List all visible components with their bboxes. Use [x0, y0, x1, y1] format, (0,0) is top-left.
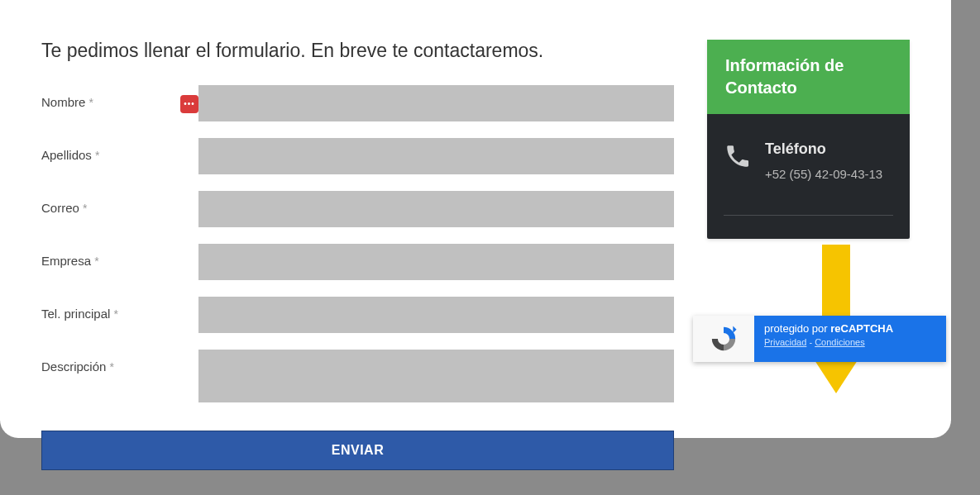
recaptcha-protected-line: protegido por reCAPTCHA — [764, 322, 936, 335]
field-row-apellidos: Apellidos * — [41, 138, 674, 174]
recaptcha-icon — [710, 325, 738, 353]
recaptcha-links: Privacidad - Condiciones — [764, 337, 936, 347]
phone-heading: Teléfono — [765, 140, 882, 158]
submit-button[interactable]: ENVIAR — [41, 431, 674, 470]
sidebar: Información de Contacto Teléfono +52 (55… — [707, 40, 910, 438]
contact-info-header: Información de Contacto — [707, 40, 910, 114]
label-apellidos: Apellidos * — [41, 138, 198, 162]
correo-input[interactable] — [198, 191, 674, 227]
tel-input[interactable] — [198, 297, 674, 333]
recaptcha-logo — [693, 316, 754, 362]
password-manager-icon[interactable]: ••• — [180, 95, 198, 113]
label-tel: Tel. principal * — [41, 297, 198, 321]
svg-marker-1 — [733, 326, 736, 333]
field-row-nombre: Nombre * ••• — [41, 85, 674, 121]
apellidos-input[interactable] — [198, 138, 674, 174]
field-row-empresa: Empresa * — [41, 244, 674, 280]
contact-info-card: Información de Contacto Teléfono +52 (55… — [707, 40, 910, 239]
recaptcha-privacy-link[interactable]: Privacidad — [764, 337, 806, 347]
descripcion-input[interactable] — [198, 350, 674, 402]
contact-info-body: Teléfono +52 (55) 42-09-43-13 — [707, 114, 910, 215]
contact-form: Te pedimos llenar el formulario. En brev… — [41, 40, 674, 438]
contact-info-text: Teléfono +52 (55) 42-09-43-13 — [765, 140, 882, 185]
page-container: Te pedimos llenar el formulario. En brev… — [0, 0, 951, 438]
recaptcha-text: protegido por reCAPTCHA Privacidad - Con… — [754, 316, 946, 362]
field-row-tel: Tel. principal * — [41, 297, 674, 333]
field-row-descripcion: Descripción * — [41, 350, 674, 402]
nombre-input[interactable] — [198, 85, 674, 121]
empresa-input[interactable] — [198, 244, 674, 280]
label-correo: Correo * — [41, 191, 198, 215]
form-title: Te pedimos llenar el formulario. En brev… — [41, 40, 674, 62]
field-row-correo: Correo * — [41, 191, 674, 227]
phone-icon — [724, 142, 752, 170]
label-empresa: Empresa * — [41, 244, 198, 268]
label-descripcion: Descripción * — [41, 350, 198, 374]
phone-value: +52 (55) 42-09-43-13 — [765, 163, 882, 185]
label-nombre: Nombre * — [41, 85, 198, 109]
recaptcha-badge: protegido por reCAPTCHA Privacidad - Con… — [693, 316, 946, 362]
recaptcha-terms-link[interactable]: Condiciones — [815, 337, 865, 347]
